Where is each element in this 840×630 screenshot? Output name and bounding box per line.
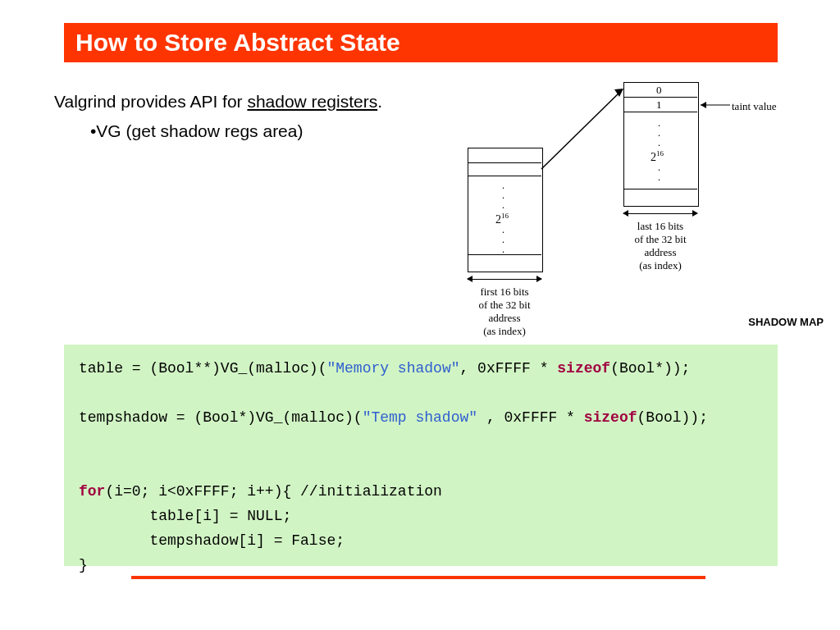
body-text-underlined: shadow registers <box>247 92 377 111</box>
divider <box>468 254 541 255</box>
bullet-item: •VG (get shadow regs area) <box>90 121 303 141</box>
code-block: table = (Bool**)VG_(malloc)("Memory shad… <box>64 345 778 566</box>
divider <box>623 112 697 112</box>
slide-title: How to Store Abstract State <box>64 23 778 62</box>
right-value: 216 <box>651 149 664 164</box>
divider <box>623 189 697 189</box>
divider <box>623 97 697 98</box>
right-caption: last 16 bits of the 32 bit address (as i… <box>623 220 697 272</box>
dot: · <box>658 174 660 186</box>
body-text: Valgrind provides API for shadow registe… <box>54 92 382 112</box>
shadow-map-diagram: · · · 216 · · · first 16 bits of the 32 … <box>443 82 796 328</box>
divider <box>468 162 541 163</box>
divider <box>468 176 541 176</box>
svg-marker-1 <box>701 102 706 108</box>
footer-rule <box>131 576 705 579</box>
link-arrow <box>541 82 632 172</box>
left-width-arrow <box>468 279 541 280</box>
taint-label: taint value <box>732 100 777 113</box>
left-value: 216 <box>495 212 509 226</box>
shadow-map-label: SHADOW MAP <box>748 316 824 328</box>
dot: · <box>502 246 504 258</box>
svg-line-2 <box>541 90 622 169</box>
body-text-after: . <box>377 92 382 111</box>
body-text-before: Valgrind provides API for <box>54 92 247 111</box>
taint-arrow <box>697 100 730 110</box>
right-row0: 0 <box>656 84 662 97</box>
right-row1: 1 <box>656 98 662 112</box>
slide: How to Store Abstract State Valgrind pro… <box>0 0 840 630</box>
left-caption: first 16 bits of the 32 bit address (as … <box>468 285 541 338</box>
right-width-arrow <box>623 213 697 214</box>
